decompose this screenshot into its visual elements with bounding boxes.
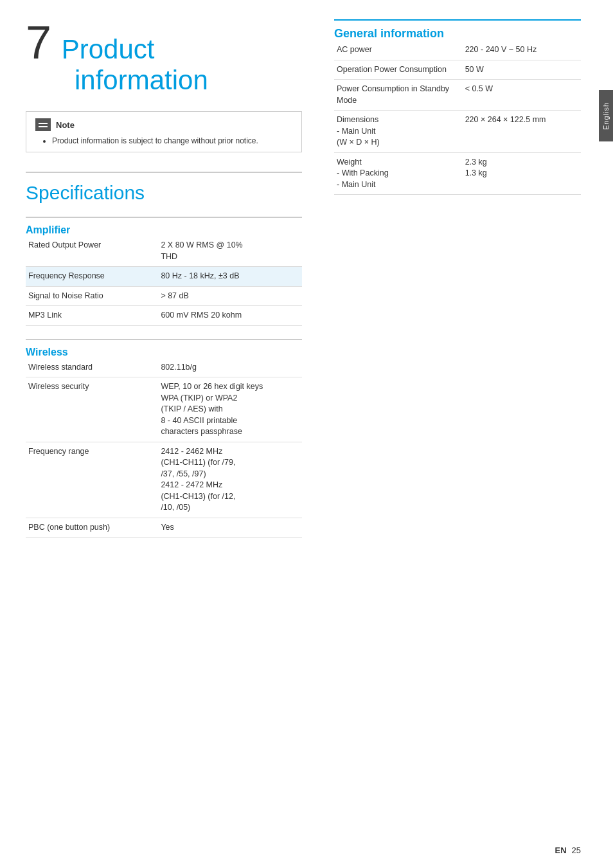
spec-label: Frequency range <box>26 442 158 518</box>
spec-value: 80 Hz - 18 kHz, ±3 dB <box>158 267 302 287</box>
spec-label: MP3 Link <box>26 306 158 326</box>
table-row: Weight- With Packing- Main Unit 2.3 kg1.… <box>334 152 581 195</box>
spec-label: Weight- With Packing- Main Unit <box>334 152 463 195</box>
chapter-title-line1: Product <box>62 34 155 64</box>
table-row: Operation Power Consumption 50 W <box>334 60 581 80</box>
footer-lang: EN <box>555 845 566 855</box>
spec-label: Wireless security <box>26 377 158 442</box>
chapter-title-line2: information <box>75 66 302 95</box>
table-row: Rated Output Power 2 X 80 W RMS @ 10%THD <box>26 236 302 267</box>
note-box: Note Product information is subject to c… <box>26 111 302 152</box>
side-tab-label: English <box>602 102 610 129</box>
spec-value: 2.3 kg1.3 kg <box>463 152 581 195</box>
note-list: Product information is subject to change… <box>35 136 292 145</box>
wireless-table: Wireless standard 802.11b/g Wireless sec… <box>26 358 302 538</box>
spec-label: PBC (one button push) <box>26 518 158 538</box>
note-label: Note <box>56 120 75 130</box>
spec-label: Operation Power Consumption <box>334 60 463 80</box>
general-info-heading: General information <box>334 19 581 41</box>
note-icon-line2 <box>39 126 48 127</box>
table-row: Wireless security WEP, 10 or 26 hex digi… <box>26 377 302 442</box>
spec-value: 802.11b/g <box>158 358 302 377</box>
spec-value: WEP, 10 or 26 hex digit keysWPA (TKIP) o… <box>158 377 302 442</box>
amplifier-table: Rated Output Power 2 X 80 W RMS @ 10%THD… <box>26 236 302 326</box>
spec-value: 2 X 80 W RMS @ 10%THD <box>158 236 302 267</box>
general-info-table: AC power 220 - 240 V ~ 50 Hz Operation P… <box>334 41 581 195</box>
note-icon <box>35 118 51 131</box>
footer-page: 25 <box>572 845 581 855</box>
table-row: Wireless standard 802.11b/g <box>26 358 302 377</box>
left-column: 7 Product information Note Product infor… <box>26 19 321 849</box>
spec-value: > 87 dB <box>158 286 302 306</box>
table-row: Power Consumption in Standby Mode < 0.5 … <box>334 80 581 111</box>
table-row: Frequency Response 80 Hz - 18 kHz, ±3 dB <box>26 267 302 287</box>
chapter-number: 7 <box>26 17 51 68</box>
spec-label: Power Consumption in Standby Mode <box>334 80 463 111</box>
table-row: PBC (one button push) Yes <box>26 518 302 538</box>
spec-label: Signal to Noise Ratio <box>26 286 158 306</box>
content-area: 7 Product information Note Product infor… <box>0 0 613 868</box>
spec-label: Dimensions- Main Unit(W × D × H) <box>334 111 463 153</box>
note-header: Note <box>35 118 292 131</box>
footer: EN 25 <box>555 845 581 855</box>
spec-label: Rated Output Power <box>26 236 158 267</box>
table-row: Dimensions- Main Unit(W × D × H) 220 × 2… <box>334 111 581 153</box>
table-row: AC power 220 - 240 V ~ 50 Hz <box>334 41 581 60</box>
spec-value: Yes <box>158 518 302 538</box>
spec-label: Frequency Response <box>26 267 158 287</box>
note-icon-line1 <box>39 123 48 124</box>
spec-value: 220 - 240 V ~ 50 Hz <box>463 41 581 60</box>
spec-label: AC power <box>334 41 463 60</box>
spec-value: 220 × 264 × 122.5 mm <box>463 111 581 153</box>
note-item: Product information is subject to change… <box>52 136 292 145</box>
spec-value: 600 mV RMS 20 kohm <box>158 306 302 326</box>
table-row: MP3 Link 600 mV RMS 20 kohm <box>26 306 302 326</box>
spec-label: Wireless standard <box>26 358 158 377</box>
page: English 7 Product information Note <box>0 0 613 868</box>
side-tab: English <box>599 90 613 141</box>
amplifier-heading: Amplifier <box>26 217 302 236</box>
table-row: Signal to Noise Ratio > 87 dB <box>26 286 302 306</box>
specifications-heading: Specifications <box>26 172 302 204</box>
chapter-heading: 7 Product information <box>26 19 302 95</box>
spec-value: 2412 - 2462 MHz(CH1-CH11) (for /79,/37, … <box>158 442 302 518</box>
spec-value: < 0.5 W <box>463 80 581 111</box>
table-row: Frequency range 2412 - 2462 MHz(CH1-CH11… <box>26 442 302 518</box>
wireless-heading: Wireless <box>26 339 302 358</box>
spec-value: 50 W <box>463 60 581 80</box>
right-column: General information AC power 220 - 240 V… <box>321 19 581 849</box>
